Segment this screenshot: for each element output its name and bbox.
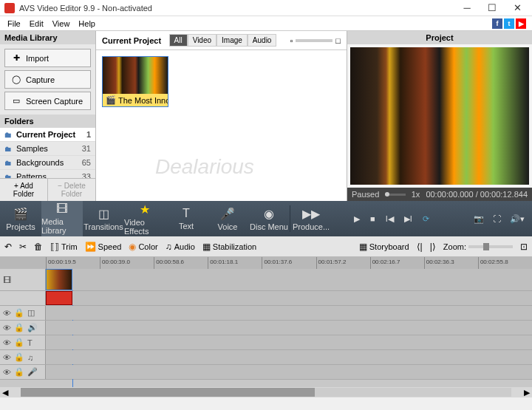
twitter-icon[interactable]: t xyxy=(504,18,514,29)
storyboard-button[interactable]: ▦Storyboard xyxy=(359,242,409,252)
disc-icon: ◉ xyxy=(264,207,274,221)
loop-button[interactable]: ⟳ xyxy=(423,214,429,224)
fullscreen-button[interactable]: ⛶ xyxy=(493,214,501,224)
zoom-label: Zoom: xyxy=(443,242,466,251)
folder-icon: 🖿 xyxy=(4,173,13,179)
video-track-icon: 🎞 xyxy=(3,276,11,284)
timeline-ruler[interactable]: 00:00:19.5 00:00:39.0 00:00:58.6 00:01:1… xyxy=(0,257,532,269)
timeline-video-clip[interactable] xyxy=(46,269,72,290)
lock-icon[interactable]: 🔒 xyxy=(14,323,24,332)
produce-button[interactable]: ▶▶Produce... xyxy=(290,201,332,236)
eye-icon[interactable]: 👁 xyxy=(3,324,11,332)
effect-track: 👁🔒◫ xyxy=(0,306,532,321)
tab-text[interactable]: TText xyxy=(166,201,207,236)
close-button[interactable]: ✕ xyxy=(510,3,525,13)
speed-button[interactable]: ⏩Speed xyxy=(85,242,122,252)
audio-button[interactable]: ♫Audio xyxy=(166,242,195,252)
next-frame-button[interactable]: ▶I xyxy=(404,214,412,224)
menu-view[interactable]: View xyxy=(48,18,75,30)
tab-all[interactable]: All xyxy=(169,34,188,47)
capture-button[interactable]: ◯Capture xyxy=(4,70,91,89)
camera-icon: ◯ xyxy=(11,75,21,84)
preview-time: 00:00:00.000 / 00:00:12.844 xyxy=(426,190,528,199)
tab-video[interactable]: Video xyxy=(188,34,216,47)
preview-image xyxy=(350,47,529,185)
tab-image[interactable]: Image xyxy=(216,34,248,47)
split-left-button[interactable]: ⟨| xyxy=(417,242,423,252)
video-track-body[interactable] xyxy=(46,269,532,290)
thumb-small-icon[interactable]: ▫ xyxy=(290,36,293,45)
lock-icon[interactable]: 🔒 xyxy=(14,352,24,362)
tab-transitions[interactable]: ◫Transitions xyxy=(83,201,124,236)
folder-icon: 🖿 xyxy=(4,159,13,167)
undo-button[interactable]: ↶ xyxy=(4,242,12,252)
prev-frame-button[interactable]: I◀ xyxy=(386,214,394,224)
film-icon: 🎞 xyxy=(56,202,68,216)
media-clip[interactable]: 🎬The Most Innovative... xyxy=(102,56,168,107)
zoom-slider[interactable] xyxy=(468,245,513,248)
facebook-icon[interactable]: f xyxy=(492,18,502,29)
lock-icon[interactable]: 🔒 xyxy=(14,367,24,377)
text-track-icon: T xyxy=(27,338,33,347)
eye-icon[interactable]: 👁 xyxy=(3,353,11,362)
window-title: AVS Video Editor 9.9 - Non-activated xyxy=(19,4,460,13)
content-panel: Current Project All Video Image Audio ▫ … xyxy=(96,31,347,201)
folder-samples[interactable]: 🖿Samples31 xyxy=(0,142,95,156)
music-track-icon: ♫ xyxy=(27,353,33,362)
tab-projects[interactable]: 🎬Projects xyxy=(0,201,41,236)
stop-button[interactable]: ■ xyxy=(370,214,375,223)
delete-folder-button[interactable]: − Delete Folder xyxy=(48,179,95,201)
folder-current-project[interactable]: 🖿Current Project1 xyxy=(0,128,95,142)
screen-capture-button[interactable]: ▭Screen Capture xyxy=(4,92,91,110)
preview-speed: 1x xyxy=(412,190,420,199)
minimize-button[interactable]: ─ xyxy=(460,3,474,13)
tab-media-library[interactable]: 🎞Media Library xyxy=(41,201,83,236)
snapshot-button[interactable]: 📷 xyxy=(474,214,484,224)
split-right-button[interactable]: |⟩ xyxy=(430,242,436,252)
menu-help[interactable]: Help xyxy=(74,18,100,30)
cut-button[interactable]: ✂ xyxy=(19,242,27,252)
note-icon: ♫ xyxy=(166,242,172,252)
folder-backgrounds[interactable]: 🖿Backgrounds65 xyxy=(0,156,95,170)
scrollbar-thumb[interactable] xyxy=(21,388,315,397)
timeline: 00:00:19.5 00:00:39.0 00:00:58.6 00:01:1… xyxy=(0,257,532,397)
sidebar: Media Library ✚Import ◯Capture ▭Screen C… xyxy=(0,31,96,201)
menu-file[interactable]: File xyxy=(3,18,25,30)
eye-icon[interactable]: 👁 xyxy=(3,338,11,347)
folder-patterns[interactable]: 🖿Patterns33 xyxy=(0,170,95,178)
tab-video-effects[interactable]: ★Video Effects xyxy=(124,201,166,236)
tab-voice[interactable]: 🎤Voice xyxy=(207,201,248,236)
eye-icon[interactable]: 👁 xyxy=(3,368,11,377)
text-icon: T xyxy=(183,207,190,220)
youtube-icon[interactable]: ▶ xyxy=(516,18,526,29)
maximize-button[interactable]: ☐ xyxy=(485,3,499,13)
menu-edit[interactable]: Edit xyxy=(25,18,48,30)
import-button[interactable]: ✚Import xyxy=(4,49,91,67)
fit-button[interactable]: ⊡ xyxy=(520,242,528,252)
clip-thumbnail xyxy=(103,57,168,94)
eye-icon[interactable]: 👁 xyxy=(3,309,11,318)
scroll-right-button[interactable]: ▶ xyxy=(522,388,532,397)
video-track: 🎞 xyxy=(0,269,532,291)
thumb-size-slider[interactable] xyxy=(296,39,332,42)
delete-button[interactable]: 🗑 xyxy=(34,242,43,252)
thumb-large-icon[interactable]: □ xyxy=(335,36,341,45)
effect-track-icon: ◫ xyxy=(27,308,35,318)
stabilization-button[interactable]: ▦Stabilization xyxy=(202,242,256,252)
scroll-left-button[interactable]: ◀ xyxy=(0,388,10,397)
lock-icon[interactable]: 🔒 xyxy=(14,338,24,347)
add-folder-button[interactable]: + Add Folder xyxy=(0,179,48,201)
storyboard-icon: ▦ xyxy=(359,242,367,252)
trim-button[interactable]: ⟦⟧Trim xyxy=(50,242,78,252)
volume-button[interactable]: 🔊▾ xyxy=(510,214,525,224)
tab-disc-menu[interactable]: ◉Disc Menu xyxy=(248,201,290,236)
play-button[interactable]: ▶ xyxy=(354,214,360,224)
lock-icon[interactable]: 🔒 xyxy=(14,308,24,318)
tab-audio[interactable]: Audio xyxy=(248,34,277,47)
horizontal-scrollbar[interactable]: ◀ ▶ xyxy=(0,387,532,397)
timeline-audio-clip[interactable] xyxy=(46,291,72,305)
color-button[interactable]: ◉Color xyxy=(129,242,157,252)
folders-header: Folders xyxy=(0,115,95,128)
preview-seek-slider[interactable] xyxy=(385,194,405,196)
audio-track-body[interactable] xyxy=(46,291,532,305)
